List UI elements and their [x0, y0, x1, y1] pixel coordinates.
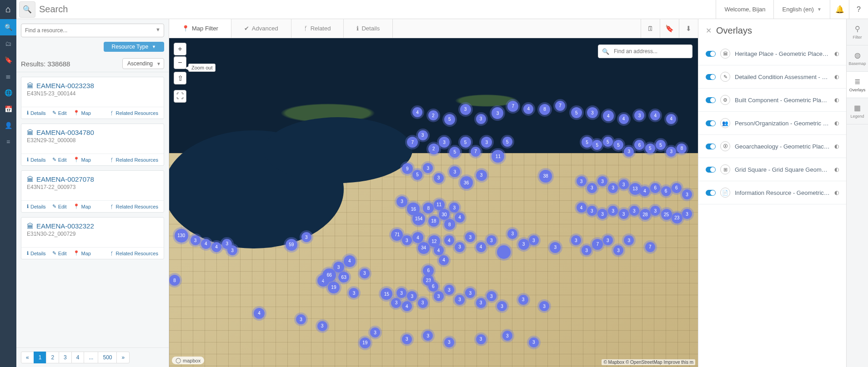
related-link[interactable]: ᚶRelated Resources [110, 157, 158, 163]
map-cluster[interactable]: 6 [428, 282, 438, 292]
map-cluster[interactable]: 5 [571, 107, 582, 118]
page-4[interactable]: 4 [71, 352, 85, 363]
map-cluster[interactable]: 3 [418, 130, 428, 140]
overlay-opacity-button[interactable]: ◐ [834, 166, 839, 173]
map-cluster[interactable] [497, 245, 511, 259]
map-cluster[interactable]: 7 [471, 147, 481, 157]
map-cluster[interactable]: 5 [412, 170, 422, 180]
map-cluster[interactable]: 5 [603, 137, 613, 147]
overlay-opacity-button[interactable]: ◐ [834, 120, 839, 126]
edit-link[interactable]: ✎Edit [52, 157, 67, 163]
overlay-opacity-button[interactable]: ◐ [834, 143, 839, 149]
map-cluster[interactable]: 8 [677, 144, 687, 154]
map-cluster[interactable]: 3 [191, 235, 201, 245]
map-cluster[interactable]: 3 [317, 321, 327, 331]
date-filter-button[interactable]: 🗓 [641, 19, 660, 38]
map-cluster[interactable]: 3 [613, 245, 623, 255]
bookmark-button[interactable]: 🔖 [660, 19, 679, 38]
details-link[interactable]: ℹDetails [27, 203, 46, 209]
map-cluster[interactable]: 4 [455, 213, 465, 223]
map-cluster[interactable]: 3 [502, 331, 512, 341]
map-cluster[interactable]: 3 [597, 176, 607, 186]
details-link[interactable]: ℹDetails [27, 250, 46, 256]
tab-map-filter[interactable]: 📍Map Filter [169, 19, 231, 38]
map-cluster[interactable]: 3 [418, 298, 428, 308]
help-button[interactable]: ? [849, 0, 868, 19]
app-logo[interactable]: ⌂ [0, 0, 16, 19]
map-cluster[interactable]: 4 [666, 114, 676, 124]
map-cluster[interactable]: 19 [360, 337, 371, 348]
page-«[interactable]: « [21, 352, 34, 363]
result-title[interactable]: 🏛EAMENA-0032322 [27, 222, 158, 230]
overlay-toggle[interactable] [706, 97, 716, 103]
map-cluster[interactable]: 3 [455, 242, 465, 252]
map-cluster[interactable]: 3 [587, 107, 598, 118]
page-2[interactable]: 2 [46, 352, 59, 363]
map-cluster[interactable]: 3 [301, 232, 311, 242]
map-link[interactable]: 📍Map [73, 110, 91, 116]
edit-link[interactable]: ✎Edit [52, 110, 67, 116]
map-cluster[interactable]: 3 [619, 209, 629, 219]
map-cluster[interactable]: 59 [286, 239, 297, 251]
map-cluster[interactable]: 3 [434, 291, 444, 301]
fullscreen-button[interactable]: ⛶ [174, 90, 186, 103]
sidetab-basemap[interactable]: ◍Basemap [847, 45, 868, 72]
map-cluster[interactable]: 34 [418, 242, 430, 254]
map-cluster[interactable]: 4 [523, 104, 533, 114]
map-cluster[interactable]: 8 [539, 104, 550, 115]
overlay-toggle[interactable] [706, 74, 716, 80]
nav-search[interactable]: 🔍 [0, 19, 16, 35]
page-500[interactable]: 500 [98, 352, 117, 363]
result-title[interactable]: 🏛EAMENA-0034780 [27, 129, 158, 136]
overlay-toggle[interactable] [706, 120, 716, 126]
map-cluster[interactable]: 3 [608, 183, 618, 193]
page-1[interactable]: 1 [34, 352, 47, 363]
nav-e[interactable]: 📅 [0, 101, 16, 117]
map-cluster[interactable]: 4 [577, 203, 587, 213]
zoom-in-button[interactable]: + [174, 43, 186, 55]
map-cluster[interactable]: 5 [645, 144, 655, 154]
map-cluster[interactable]: 3 [629, 206, 639, 216]
nav-g[interactable]: ≡ [0, 134, 16, 150]
result-title[interactable]: 🏛EAMENA-0027078 [27, 175, 158, 183]
map-cluster[interactable]: 6 [672, 183, 682, 193]
page-»[interactable]: » [116, 352, 130, 363]
global-search-button[interactable]: 🔍 [19, 1, 35, 18]
map-cluster[interactable]: 4 [344, 255, 356, 267]
map-cluster[interactable]: 4 [412, 232, 423, 243]
map-cluster[interactable]: 3 [476, 334, 486, 344]
overlay-opacity-button[interactable]: ◐ [834, 189, 839, 196]
nav-d[interactable]: 🌐 [0, 84, 16, 101]
map-cluster[interactable]: 3 [402, 235, 412, 245]
map-cluster[interactable]: 4 [603, 110, 614, 121]
address-input[interactable] [613, 48, 688, 55]
map-cluster[interactable]: 23 [672, 213, 682, 223]
map-cluster[interactable]: 3 [333, 262, 344, 273]
map-cluster[interactable]: 154 [412, 213, 425, 225]
overlay-opacity-button[interactable]: ◐ [834, 50, 839, 57]
overlay-toggle[interactable] [706, 190, 716, 196]
overlay-toggle[interactable] [706, 51, 716, 57]
map-cluster[interactable]: 7 [645, 242, 655, 252]
map-cluster[interactable]: 4 [434, 245, 444, 255]
welcome-user[interactable]: Welcome, Bijan [716, 0, 773, 19]
edit-link[interactable]: ✎Edit [52, 203, 67, 209]
map-cluster[interactable]: 3 [455, 295, 465, 305]
nav-f[interactable]: 👤 [0, 117, 16, 134]
overlay-opacity-button[interactable]: ◐ [834, 97, 839, 103]
map-cluster[interactable]: 4 [201, 239, 211, 249]
map-cluster[interactable]: 3 [227, 245, 237, 255]
map-cluster[interactable]: 3 [682, 189, 692, 199]
sidetab-overlays[interactable]: ≣Overlays [847, 72, 868, 98]
map-link[interactable]: 📍Map [73, 157, 91, 163]
map-cluster[interactable]: 3 [587, 206, 597, 216]
map-cluster[interactable]: 3 [370, 327, 380, 337]
map-cluster[interactable]: 63 [338, 272, 349, 283]
map-cluster[interactable]: 7 [555, 101, 565, 111]
nav-b[interactable]: 🔖 [0, 52, 16, 68]
nav-a[interactable]: 🗂 [0, 35, 16, 52]
edit-link[interactable]: ✎Edit [52, 250, 67, 256]
map-cluster[interactable]: 3 [434, 173, 444, 183]
map-cluster[interactable]: 3 [444, 285, 454, 295]
map-cluster[interactable]: 6 [650, 183, 660, 193]
